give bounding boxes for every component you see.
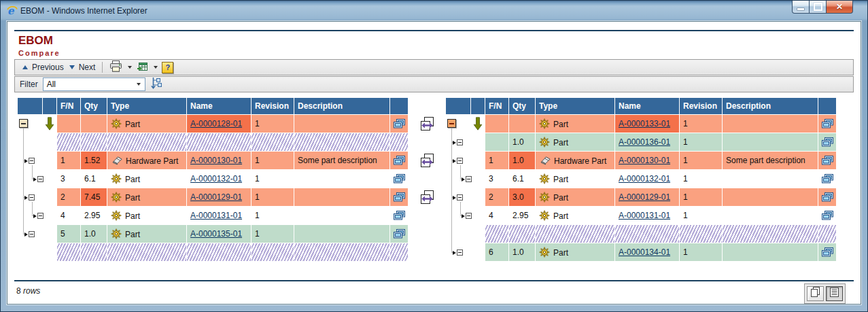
- cell-print: [818, 133, 836, 151]
- cell-print: [818, 152, 836, 169]
- cell-description: [723, 207, 818, 224]
- bom-row: 42.95PartA-0000131-011: [446, 207, 836, 224]
- part-name-link[interactable]: A-0000129-01: [619, 192, 670, 202]
- tree-expander[interactable]: [462, 175, 472, 183]
- part-icon: [111, 192, 122, 203]
- cell-print: [390, 152, 408, 169]
- column-header-type: Type: [536, 98, 614, 114]
- right-bom-table: F/NQtyTypeNameRevisionDescriptionPartA-0…: [446, 98, 836, 262]
- hatch-cell: [509, 225, 535, 243]
- part-name-link[interactable]: A-0000130-01: [619, 156, 670, 165]
- tree-expander[interactable]: [24, 194, 35, 201]
- cell-name: A-0000131-01: [187, 207, 251, 224]
- bom-row: 61.0PartA-0000134-011: [446, 243, 836, 261]
- hatch-cell: [390, 243, 408, 261]
- previous-button[interactable]: Previous: [20, 61, 67, 73]
- cell-arrow: [43, 188, 56, 206]
- minimize-button[interactable]: [792, 1, 810, 14]
- open-window-icon[interactable]: [822, 119, 833, 128]
- open-window-icon[interactable]: [394, 174, 405, 184]
- cell-revision: 1: [251, 152, 294, 169]
- part-name-link[interactable]: A-0000132-01: [619, 174, 670, 184]
- tree-expander[interactable]: [453, 194, 463, 201]
- type-label: Part: [553, 210, 568, 221]
- part-name-link[interactable]: A-0000130-01: [190, 156, 242, 165]
- cell-print: [818, 115, 836, 133]
- page-subtitle: Compare: [18, 49, 60, 57]
- cell-qty: 1.0: [509, 152, 535, 169]
- minus-glyph: [30, 160, 33, 161]
- open-window-icon[interactable]: [822, 247, 833, 257]
- open-window-icon[interactable]: [822, 137, 833, 147]
- compare-icon[interactable]: [420, 154, 435, 169]
- part-name-link[interactable]: A-0000131-01: [619, 211, 670, 220]
- close-button[interactable]: ✕: [827, 1, 853, 14]
- cell-type: Part: [107, 188, 186, 206]
- export-menu-arrow[interactable]: [154, 66, 158, 69]
- export-button[interactable]: [135, 60, 151, 75]
- print-button[interactable]: [107, 59, 125, 75]
- part-name-link[interactable]: A-0000128-01: [190, 119, 242, 128]
- tree-expander[interactable]: [33, 175, 44, 183]
- cell-print: [390, 188, 408, 206]
- open-window-icon[interactable]: [822, 156, 833, 165]
- toolbar: Previous Next: [14, 59, 854, 75]
- open-window-icon[interactable]: [394, 119, 405, 128]
- open-window-icon[interactable]: [394, 211, 405, 220]
- part-name-link[interactable]: A-0000132-01: [190, 174, 242, 184]
- expander-arrow-icon: [453, 141, 456, 145]
- tree-line: [460, 165, 461, 179]
- open-window-icon[interactable]: [394, 192, 405, 202]
- part-name-link[interactable]: A-0000135-01: [190, 229, 242, 239]
- expander-box-icon: [29, 231, 35, 237]
- expand-levels-icon[interactable]: [150, 77, 163, 92]
- open-window-icon[interactable]: [822, 211, 833, 220]
- internet-explorer-icon: e: [6, 5, 18, 16]
- tree-collapse-button[interactable]: [19, 119, 28, 128]
- open-window-icon[interactable]: [822, 192, 833, 202]
- tree-expander[interactable]: [453, 157, 463, 164]
- part-name-link[interactable]: A-0000129-01: [190, 192, 242, 202]
- cell-type: Part: [536, 243, 614, 261]
- filter-select[interactable]: All: [43, 77, 145, 91]
- maximize-button[interactable]: [810, 1, 827, 14]
- part-icon: [539, 210, 550, 221]
- cell-fn: 1: [57, 152, 80, 169]
- tree-expander[interactable]: [462, 212, 472, 220]
- dual-pane-view-button[interactable]: [807, 286, 824, 301]
- help-button[interactable]: ?: [162, 62, 173, 73]
- expander-box-icon: [457, 194, 463, 201]
- cell-name: A-0000129-01: [187, 188, 251, 206]
- cell-description: Some part description: [294, 152, 389, 169]
- cell-arrow: [43, 225, 56, 243]
- print-menu-arrow[interactable]: [128, 66, 132, 69]
- part-name-link[interactable]: A-0000134-01: [619, 247, 670, 257]
- tree-expander[interactable]: [33, 212, 44, 220]
- next-button[interactable]: Next: [67, 61, 99, 73]
- cell-arrow: [43, 152, 56, 169]
- cell-revision: 1: [680, 115, 722, 133]
- cell-revision: 1: [251, 207, 294, 224]
- part-name-link[interactable]: A-0000131-01: [190, 211, 242, 220]
- sort-direction-icon: [45, 117, 54, 133]
- open-window-icon[interactable]: [394, 229, 405, 239]
- part-name-link[interactable]: A-0000133-01: [619, 119, 670, 128]
- cell-description: [294, 225, 389, 243]
- tree-expander[interactable]: [453, 139, 463, 146]
- single-pane-view-button[interactable]: [826, 286, 843, 301]
- open-window-icon[interactable]: [394, 156, 405, 165]
- part-icon: [539, 192, 550, 203]
- part-icon: [111, 173, 122, 184]
- cell-qty: 2.95: [509, 207, 535, 224]
- tree-expander[interactable]: [453, 249, 463, 256]
- open-window-icon[interactable]: [822, 174, 833, 184]
- title-bar[interactable]: e EBOM - Windows Internet Explorer ✕: [1, 1, 867, 21]
- column-header-name: Name: [187, 98, 251, 114]
- compare-icon[interactable]: [420, 117, 435, 132]
- tree-collapse-button[interactable]: [447, 119, 456, 128]
- tree-expander[interactable]: [24, 157, 35, 164]
- part-name-link[interactable]: A-0000136-01: [619, 137, 670, 147]
- tree-expander[interactable]: [24, 230, 35, 238]
- compare-icon[interactable]: [420, 190, 435, 205]
- cell-revision: 1: [251, 170, 294, 188]
